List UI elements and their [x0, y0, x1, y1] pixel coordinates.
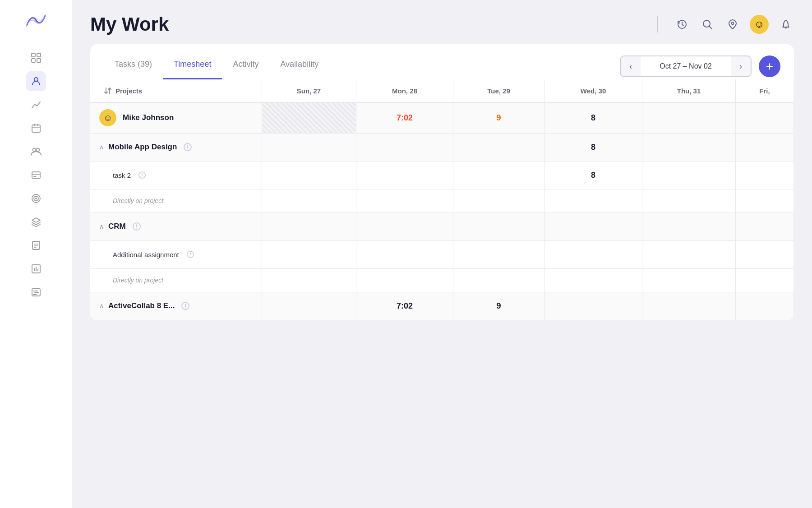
cell-wed-direct1[interactable] [544, 189, 642, 212]
cell-wed-proj1[interactable]: 8 [544, 133, 642, 161]
cell-sun-proj1[interactable] [262, 133, 356, 161]
date-navigator: ‹ Oct 27 – Nov 02 › [620, 55, 752, 77]
cell-wed-user[interactable]: 8 [544, 102, 642, 133]
cell-wed-ac[interactable] [544, 292, 642, 320]
collapse-icon[interactable]: ∧ [99, 143, 104, 151]
cell-tue-task1[interactable] [453, 161, 544, 189]
tab-availability[interactable]: Availability [269, 53, 329, 79]
cell-fri-direct2[interactable] [735, 268, 794, 292]
cell-sun-user[interactable] [262, 102, 356, 133]
header-divider [657, 16, 658, 32]
cell-sun-crm[interactable] [262, 212, 356, 240]
cell-sun-direct2[interactable] [262, 268, 356, 292]
next-week-button[interactable]: › [731, 56, 751, 76]
cell-wed-direct2[interactable] [544, 268, 642, 292]
cell-fri-user[interactable] [735, 102, 794, 133]
project-cell-crm: ∧ CRM [90, 212, 262, 240]
sidebar [0, 0, 72, 508]
cell-mon-task1[interactable] [356, 161, 453, 189]
sidebar-item-person[interactable] [26, 71, 46, 91]
col-header-wed: Wed, 30 [544, 79, 642, 102]
add-button[interactable]: + [759, 55, 780, 77]
sidebar-item-chart[interactable] [26, 95, 46, 115]
cell-mon-ac[interactable]: 7:02 [356, 292, 453, 320]
logo[interactable] [23, 9, 50, 33]
page-title: My Work [90, 14, 169, 35]
svg-marker-17 [32, 218, 40, 222]
search-icon[interactable] [699, 16, 715, 32]
cell-tue-direct2[interactable] [453, 268, 544, 292]
tab-timesheet[interactable]: Timesheet [163, 53, 222, 79]
cell-mon-user[interactable]: 7:02 [356, 102, 453, 133]
cell-tue-crm[interactable] [453, 212, 544, 240]
sidebar-item-layers[interactable] [26, 212, 46, 232]
cell-sun-add[interactable] [262, 240, 356, 268]
cell-thu-crm[interactable] [642, 212, 736, 240]
sidebar-item-report[interactable] [26, 259, 46, 279]
table-row: ☺ Mike Johnson 7:02 9 8 [90, 102, 794, 133]
tabs-row: Tasks (39) Timesheet Activity Availabili… [104, 53, 329, 79]
tab-activity[interactable]: Activity [222, 53, 269, 79]
cell-thu-task1[interactable] [642, 161, 736, 189]
svg-point-9 [32, 148, 36, 152]
sidebar-item-tasks[interactable] [26, 236, 46, 255]
user-avatar[interactable]: ☺ [750, 15, 769, 34]
cell-fri-add[interactable] [735, 240, 794, 268]
cell-tue-add[interactable] [453, 240, 544, 268]
svg-rect-18 [32, 241, 40, 249]
cell-fri-direct1[interactable] [735, 189, 794, 212]
cell-sun-ac[interactable] [262, 292, 356, 320]
cell-mon-direct2[interactable] [356, 268, 453, 292]
cell-mon-crm[interactable] [356, 212, 453, 240]
timesheet-scroll: Projects Sun, 27 Mon, 28 Tue, 29 Wed, 30… [90, 79, 794, 320]
sidebar-item-gantt[interactable] [26, 282, 46, 302]
svg-rect-5 [32, 125, 40, 132]
bell-icon[interactable] [778, 16, 794, 32]
collapse-icon-ac[interactable]: ∧ [99, 302, 104, 309]
sidebar-item-target[interactable] [26, 189, 46, 208]
svg-point-42 [136, 228, 137, 229]
table-row: ∧ ActiveCollab 8 E... [90, 292, 794, 320]
directly-on-project-label: Directly on project [113, 197, 163, 204]
rocket-icon[interactable] [724, 16, 741, 32]
tab-tasks[interactable]: Tasks (39) [104, 53, 163, 79]
cell-thu-user[interactable] [642, 102, 736, 133]
prev-week-button[interactable]: ‹ [621, 56, 641, 76]
panel-wrapper: Tasks (39) Timesheet Activity Availabili… [90, 44, 794, 320]
history-icon[interactable] [674, 16, 690, 32]
sidebar-item-group[interactable] [26, 142, 46, 162]
sidebar-item-billing[interactable] [26, 165, 46, 185]
cell-thu-direct1[interactable] [642, 189, 736, 212]
cell-thu-direct2[interactable] [642, 268, 736, 292]
svg-point-4 [34, 78, 38, 81]
cell-sun-direct1[interactable] [262, 189, 356, 212]
svg-rect-1 [37, 53, 41, 57]
cell-wed-add[interactable] [544, 240, 642, 268]
table-row: Directly on project [90, 189, 794, 212]
cell-wed-task1[interactable]: 8 [544, 161, 642, 189]
cell-thu-proj1[interactable] [642, 133, 736, 161]
cell-mon-add[interactable] [356, 240, 453, 268]
svg-point-10 [36, 148, 39, 152]
col-header-projects: Projects [90, 79, 262, 102]
cell-tue-direct1[interactable] [453, 189, 544, 212]
sidebar-item-grid[interactable] [26, 48, 46, 68]
cell-wed-crm[interactable] [544, 212, 642, 240]
date-range-display: Oct 27 – Nov 02 [641, 56, 731, 76]
cell-fri-ac[interactable] [735, 292, 794, 320]
cell-tue-ac[interactable]: 9 [453, 292, 544, 320]
cell-mon-direct1[interactable] [356, 189, 453, 212]
cell-fri-crm[interactable] [735, 212, 794, 240]
cell-mon-proj1[interactable] [356, 133, 453, 161]
svg-rect-3 [37, 59, 41, 62]
cell-tue-user[interactable]: 9 [453, 102, 544, 133]
project-cell: ∧ Mobile App Design [90, 133, 262, 161]
cell-thu-ac[interactable] [642, 292, 736, 320]
cell-sun-task1[interactable] [262, 161, 356, 189]
cell-thu-add[interactable] [642, 240, 736, 268]
collapse-icon-crm[interactable]: ∧ [99, 223, 104, 230]
sidebar-item-calendar[interactable] [26, 118, 46, 138]
cell-fri-task1[interactable] [735, 161, 794, 189]
cell-fri-proj1[interactable] [735, 133, 794, 161]
cell-tue-proj1[interactable] [453, 133, 544, 161]
